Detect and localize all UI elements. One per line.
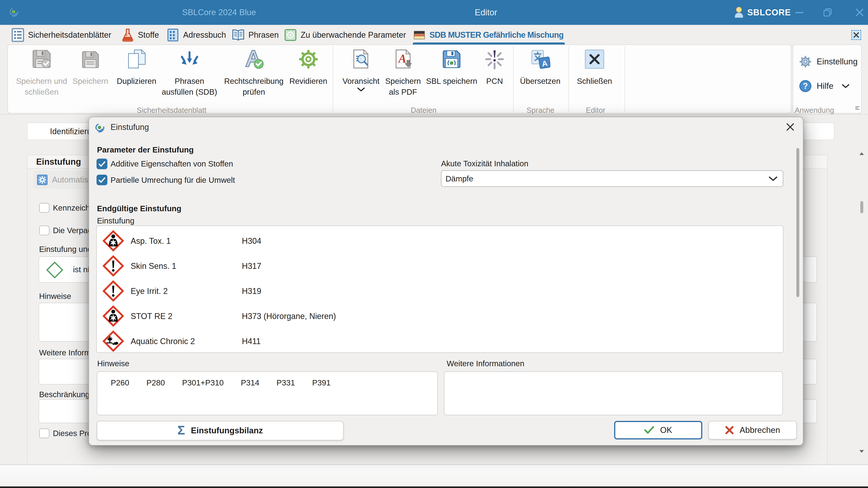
save-sbl-button[interactable]: SBL speichern [426, 48, 477, 87]
classification-row[interactable]: STOT RE 2 H373 (Hörorgane, Nieren) [97, 304, 783, 329]
save-button[interactable]: Speichern [72, 48, 108, 87]
check-green-icon [644, 426, 654, 434]
button-label: Rechtschreibung prüfen [224, 76, 284, 97]
spellcheck-icon [224, 48, 284, 69]
p-code: P280 [147, 378, 165, 415]
classification-row[interactable]: Skin Sens. 1 H317 [97, 254, 783, 279]
svg-text:A: A [541, 59, 548, 68]
window-bottom-strip [0, 464, 868, 488]
fill-phrases-button[interactable]: Phrasen ausfüllen (SDB) [162, 48, 217, 97]
button-label: Einstufungsbilanz [191, 426, 263, 435]
window-minimize-button[interactable] [789, 0, 809, 25]
verpackung-checkbox[interactable] [39, 225, 50, 235]
classification-code: H411 [242, 337, 260, 346]
window-close-button[interactable] [849, 0, 868, 25]
pcn-burst-icon [485, 48, 505, 69]
inhalation-combobox[interactable]: Dämpfe [441, 170, 783, 187]
chevron-down-icon [768, 176, 778, 182]
einstufungsbilanz-button[interactable]: Σ Einstufungsbilanz [97, 421, 344, 440]
tab-sdb-muster[interactable]: SDB MUSTER Gefährliche Mischung [413, 25, 563, 45]
tab-sicherheitsdatenblaetter[interactable]: Sicherheitsdatenblätter [11, 25, 111, 45]
revise-button[interactable]: Revidieren [289, 48, 327, 87]
p-codes-box[interactable]: P260 P280 P301+P310 P314 P331 P391 [97, 371, 438, 415]
translate-icon: A [520, 48, 561, 69]
tab-label: Zu überwachende Parameter [301, 30, 406, 40]
building-icon [166, 29, 180, 41]
p-code: P260 [111, 378, 129, 415]
button-label: Einstellung [817, 57, 858, 66]
translate-button[interactable]: A Übersetzen [520, 48, 561, 87]
gear-icon [799, 55, 812, 68]
ribbon: Speichern und schließen Speichern [0, 44, 868, 114]
classification-name: Asp. Tox. 1 [131, 236, 170, 246]
kennzeichnung-checkbox[interactable] [39, 203, 50, 213]
final-heading: Endgültige Einstufung [97, 204, 181, 213]
user-icon [735, 6, 743, 18]
check-icon [98, 176, 106, 184]
main-tab-bar: Sicherheitsdatenblätter Stoffe [0, 25, 868, 45]
title-bar: SBLCore 2024 Blue Editor SBLCORE [0, 0, 868, 25]
arrows-merge-down-icon [162, 48, 217, 69]
inhalation-label: Akute Toxizität Inhalation [441, 159, 528, 168]
tab-adressbuch[interactable]: Adressbuch [166, 25, 226, 45]
p-code: P301+P310 [182, 378, 224, 415]
preview-button[interactable]: Voransicht [342, 48, 379, 92]
classification-code: H317 [242, 261, 261, 271]
ok-button[interactable]: OK [614, 421, 702, 440]
close-editor-button[interactable]: Schließen [577, 48, 612, 87]
auto-classification-icon [37, 175, 48, 185]
spellcheck-button[interactable]: Rechtschreibung prüfen [224, 48, 284, 97]
button-label: Speichern und schließen [16, 76, 67, 97]
tab-label: Phrasen [248, 30, 279, 40]
partielle-checkbox[interactable] [96, 175, 107, 185]
check-icon [98, 160, 106, 168]
application-window: SBLCore 2024 Blue Editor SBLCORE [0, 0, 868, 488]
classification-row[interactable]: Asp. Tox. 1 H304 [97, 228, 783, 254]
section-title: Einstufung [36, 157, 81, 167]
scrollbar-thumb[interactable] [860, 201, 863, 213]
classification-row[interactable]: Eye Irrit. 2 H319 [97, 279, 783, 304]
tab-label: Sicherheitsdatenblätter [28, 30, 111, 40]
close-icon [853, 32, 860, 38]
save-floppy-icon [72, 48, 108, 69]
combobox-value: Dämpfe [445, 174, 473, 183]
scrollbar-down-arrow[interactable] [859, 450, 864, 453]
save-and-close-button[interactable]: Speichern und schließen [16, 48, 67, 97]
empty-ghs-diamond-icon [45, 260, 64, 280]
duplicate-button[interactable]: Duplizieren [117, 48, 156, 87]
save-as-pdf-button[interactable]: A Speichern als PDF [385, 48, 421, 97]
window-restore-button[interactable] [817, 0, 838, 25]
x-red-icon [725, 426, 734, 434]
datasheet-list-icon [11, 29, 24, 41]
pdf-icon: A [385, 48, 421, 69]
scrollbar-up-arrow[interactable] [859, 152, 864, 156]
pcn-button[interactable]: PCN [485, 48, 505, 87]
dialog-close-button[interactable] [784, 121, 796, 133]
ghs09-environment-icon [103, 330, 124, 352]
dieses-produkt-checkbox[interactable] [39, 428, 50, 438]
tab-stoffe[interactable]: Stoffe [121, 25, 159, 45]
tab-close-button[interactable] [851, 30, 861, 40]
weitere-informationen-label: Weitere Informationen [447, 359, 524, 368]
tab-parameter[interactable]: Zu überwachende Parameter [284, 25, 406, 45]
group-options-icon[interactable] [855, 106, 860, 111]
classification-name: Skin Sens. 1 [131, 261, 176, 271]
cancel-button[interactable]: Abbrechen [708, 421, 797, 440]
close-icon [786, 123, 794, 131]
minimize-icon [795, 8, 804, 17]
close-icon [855, 8, 864, 17]
dialog-scrollbar-thumb[interactable] [796, 148, 799, 297]
weitere-informationen-textarea[interactable] [444, 371, 783, 415]
settings-button[interactable]: Einstellung [799, 55, 858, 68]
ribbon-group-label: Anwendung [795, 106, 834, 115]
ghs08-health-hazard-icon [103, 230, 124, 252]
user-account[interactable]: SBLCORE [735, 0, 791, 25]
classification-list: Asp. Tox. 1 H304 Skin Sens. 1 H317 Eye [96, 225, 783, 353]
tab-phrasen[interactable]: Phrasen [232, 25, 279, 45]
help-button[interactable]: ? Hilfe [799, 80, 850, 92]
classification-name: Aquatic Chronic 2 [131, 337, 195, 346]
ribbon-group-label: Sprache [527, 106, 555, 115]
classification-row[interactable]: Aquatic Chronic 2 H411 [97, 329, 783, 354]
additive-checkbox[interactable] [96, 159, 107, 169]
window-title: Editor [475, 8, 497, 18]
